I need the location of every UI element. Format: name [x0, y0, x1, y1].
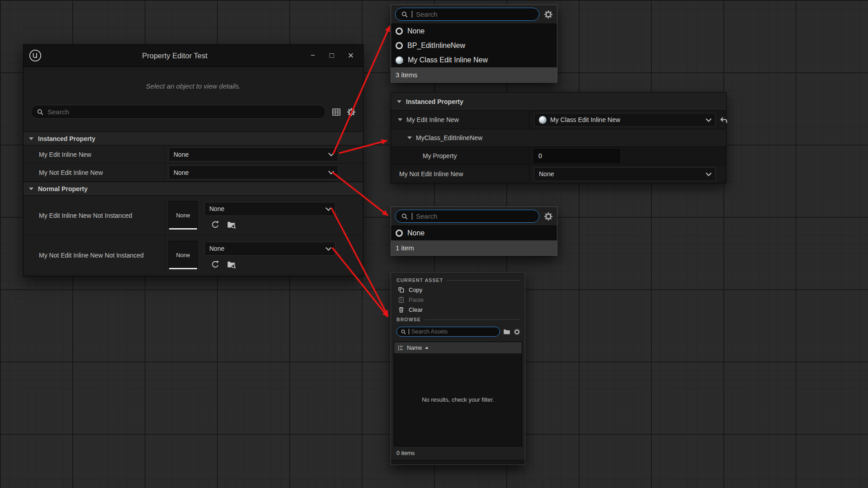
collapse-triangle-icon — [397, 100, 401, 103]
chevron-down-icon — [706, 116, 712, 122]
details-search-row: Search — [31, 105, 356, 119]
search-placeholder: Search — [416, 10, 438, 18]
browse-to-asset-icon[interactable] — [227, 260, 236, 269]
name-column-header[interactable]: Name — [407, 345, 422, 351]
asset-thumbnail[interactable]: None — [169, 201, 198, 230]
dropdown-value: None — [209, 245, 224, 252]
row-my-property: My Property 0 — [391, 147, 726, 165]
list-item-my-class-edit-inline-new[interactable]: My Class Edit Inline New — [391, 53, 557, 67]
property-label: My Not Edit Inline New Not Instanced — [24, 252, 165, 259]
edit-inline-new-class-combo[interactable]: My Class Edit Inline New — [534, 113, 716, 127]
asset-dropdown[interactable]: None — [204, 242, 335, 256]
search-icon — [37, 108, 44, 116]
row-myclass-editinlinenew[interactable]: MyClass_EditInlineNew — [391, 129, 726, 147]
asset-search-input[interactable]: Search Assets — [396, 327, 500, 337]
text-caret — [412, 213, 412, 220]
use-selected-asset-icon[interactable] — [211, 260, 220, 269]
asset-list: Name No results, check your filter. — [394, 342, 522, 446]
search-placeholder: Search — [47, 108, 69, 116]
section-header-instanced-property[interactable]: Instanced Property — [391, 93, 726, 111]
search-placeholder: Search Assets — [411, 328, 448, 335]
class-picker-search-input[interactable]: Search — [395, 8, 539, 21]
section-label: Normal Property — [38, 185, 88, 192]
thumbnail-label: None — [176, 252, 190, 258]
settings-gear-icon[interactable] — [544, 10, 553, 19]
list-item-none[interactable]: None — [391, 226, 557, 240]
sort-ascending-icon — [425, 347, 429, 349]
section-header-instanced-property[interactable]: Instanced Property — [24, 131, 363, 145]
reset-to-default-button[interactable] — [719, 115, 728, 124]
details-search-input[interactable]: Search — [31, 105, 326, 119]
asset-list-header[interactable]: Name — [394, 342, 522, 353]
collapse-triangle-icon — [29, 137, 33, 140]
class-picker-popup: Search None BP_EditInlineNew My Class Ed… — [391, 5, 557, 83]
list-item-none[interactable]: None — [391, 24, 557, 38]
none-picker-search-input[interactable]: Search — [395, 210, 539, 223]
window-titlebar[interactable]: Property Editor Test − □ × — [24, 45, 363, 67]
asset-list-empty-state: No results, check your filter. — [394, 353, 522, 446]
paste-menu-item[interactable]: Paste — [391, 295, 525, 305]
list-item-bp-editinlinenew[interactable]: BP_EditInlineNew — [391, 38, 557, 53]
property-label: My Edit Inline New — [24, 151, 165, 158]
popup-bottom-strip — [391, 460, 525, 465]
undo-arrow-icon — [719, 115, 728, 124]
asset-picker-popup: CURRENT ASSET Copy Paste Clear BROWSE Se… — [391, 272, 525, 465]
section-header-normal-property[interactable]: Normal Property — [24, 182, 363, 196]
details-view-options-icon[interactable] — [332, 108, 341, 117]
property-label: My Not Edit Inline New — [24, 169, 165, 176]
clear-menu-item[interactable]: Clear — [391, 305, 525, 314]
use-selected-asset-icon[interactable] — [211, 220, 220, 229]
property-row-edit-inline-new-not-instanced: My Edit Inline New Not Instanced None No… — [24, 196, 363, 235]
property-label: My Property — [423, 152, 457, 160]
none-circle-icon — [396, 28, 403, 35]
browse-to-asset-icon[interactable] — [227, 220, 236, 229]
search-icon — [401, 213, 408, 220]
paste-icon — [398, 296, 405, 303]
property-row-not-edit-inline-new-not-instanced: My Not Edit Inline New Not Instanced Non… — [24, 235, 363, 275]
collapse-triangle-icon — [398, 118, 402, 121]
chevron-down-icon — [328, 150, 334, 156]
current-asset-section-label: CURRENT ASSET — [391, 275, 525, 285]
details-hint-text: Select an object to view details. — [24, 82, 363, 91]
my-property-value-field[interactable]: 0 — [534, 149, 620, 163]
maximize-button[interactable]: □ — [322, 47, 341, 64]
edit-inline-new-dropdown[interactable]: None — [169, 147, 338, 161]
dropdown-value: My Class Edit Inline New — [550, 116, 620, 123]
window-controls: − □ × — [301, 47, 360, 64]
chevron-down-icon — [328, 169, 334, 174]
window-title: Property Editor Test — [49, 52, 301, 60]
row-my-not-edit-inline-new: My Not Edit Inline New None — [391, 165, 726, 183]
viewport-grid-background: Property Editor Test − □ × Select an obj… — [0, 0, 868, 488]
search-placeholder: Search — [416, 212, 438, 220]
none-circle-icon — [396, 230, 403, 237]
section-label: Instanced Property — [406, 98, 463, 105]
dropdown-value: None — [209, 205, 224, 212]
not-edit-inline-new-dropdown[interactable]: None — [534, 167, 716, 181]
unreal-logo-icon — [29, 49, 49, 62]
folder-icon[interactable] — [503, 328, 510, 335]
copy-menu-item[interactable]: Copy — [391, 285, 525, 295]
settings-gear-icon[interactable] — [347, 108, 356, 117]
browse-section-label: BROWSE — [391, 314, 525, 324]
not-edit-inline-new-dropdown[interactable]: None — [169, 165, 338, 179]
none-circle-icon — [396, 42, 403, 49]
asset-thumbnail[interactable]: None — [169, 241, 198, 270]
text-caret — [412, 11, 412, 18]
chevron-down-icon — [326, 245, 331, 251]
settings-gear-icon[interactable] — [544, 212, 553, 221]
list-view-icon[interactable] — [397, 345, 404, 351]
property-row-edit-inline-new: My Edit Inline New None — [24, 145, 363, 164]
class-picker-list: None BP_EditInlineNew My Class Edit Inli… — [391, 23, 557, 67]
thumbnail-label: None — [176, 212, 190, 219]
dropdown-value: None — [174, 151, 189, 158]
class-sphere-icon — [539, 116, 547, 124]
settings-gear-icon[interactable] — [514, 328, 520, 335]
text-caret — [409, 329, 409, 334]
minimize-button[interactable]: − — [303, 47, 322, 64]
search-icon — [401, 329, 406, 335]
close-button[interactable]: × — [341, 47, 360, 64]
asset-dropdown[interactable]: None — [204, 202, 335, 216]
none-picker-popup: Search None 1 item — [391, 206, 557, 256]
item-count-footer: 1 item — [391, 240, 557, 255]
trash-icon — [398, 306, 405, 313]
